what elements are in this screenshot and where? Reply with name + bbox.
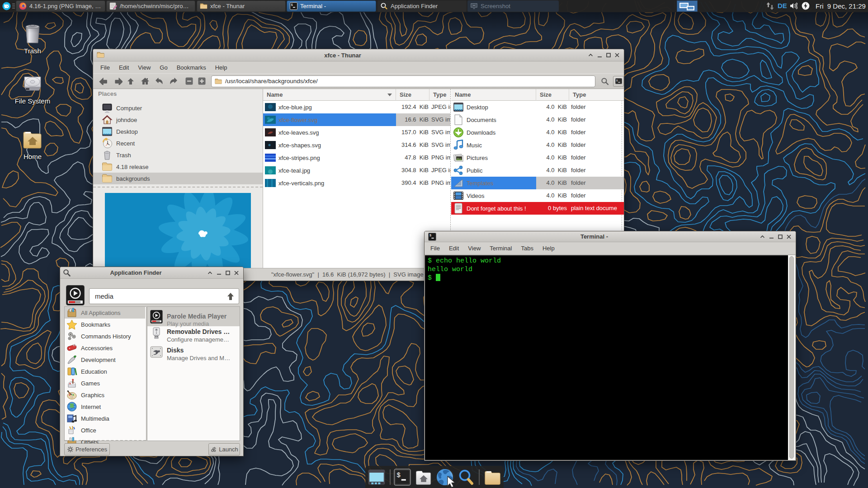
svg-text:$: $ [291,3,293,7]
svg-text:$: $ [429,234,432,237]
svg-text:$: $ [396,472,401,479]
